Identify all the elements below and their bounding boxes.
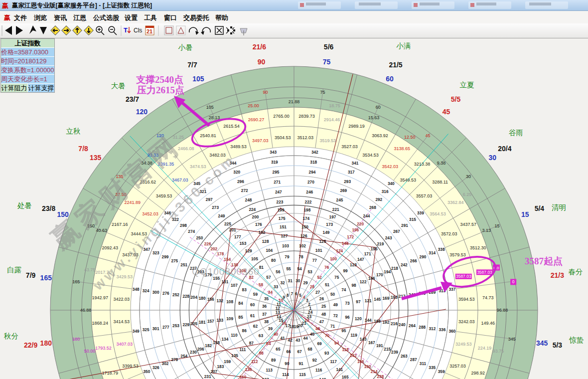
- svg-text:3242.03: 3242.03: [458, 319, 475, 324]
- svg-text:349: 349: [133, 329, 140, 334]
- svg-text:3527.03: 3527.03: [341, 144, 358, 149]
- svg-text:62: 62: [253, 324, 258, 329]
- svg-text:48: 48: [321, 312, 326, 317]
- svg-text:小暑: 小暑: [178, 43, 192, 51]
- svg-text:295: 295: [273, 170, 280, 175]
- svg-text:50.00: 50.00: [84, 349, 96, 354]
- svg-text:180: 180: [40, 339, 52, 347]
- svg-text:204: 204: [190, 295, 197, 300]
- svg-text:63: 63: [259, 333, 264, 338]
- svg-text:23/7: 23/7: [126, 95, 139, 103]
- svg-text:238: 238: [377, 374, 384, 379]
- svg-text:34: 34: [268, 290, 273, 295]
- svg-text:278: 278: [171, 357, 178, 362]
- svg-text:64: 64: [266, 341, 271, 346]
- svg-text:7: 7: [291, 291, 293, 296]
- svg-text:269: 269: [340, 188, 347, 193]
- svg-text:39: 39: [268, 326, 273, 331]
- svg-text:45: 45: [310, 332, 315, 337]
- svg-text:176: 176: [255, 222, 262, 227]
- svg-text:220: 220: [357, 221, 364, 226]
- svg-text:45: 45: [425, 133, 430, 138]
- svg-text:129: 129: [245, 248, 252, 253]
- svg-text:271: 271: [274, 180, 281, 185]
- svg-text:53: 53: [307, 269, 312, 274]
- svg-text:315: 315: [409, 217, 416, 222]
- svg-text:288: 288: [419, 325, 426, 330]
- svg-text:2914.46: 2914.46: [324, 117, 340, 122]
- svg-text:276: 276: [162, 291, 169, 296]
- svg-text:198: 198: [303, 207, 310, 212]
- svg-text:3564.53: 3564.53: [430, 211, 446, 216]
- svg-text:29: 29: [303, 280, 308, 285]
- svg-text:3399.53: 3399.53: [122, 364, 139, 369]
- svg-text:250: 250: [196, 235, 203, 240]
- svg-text:214: 214: [371, 369, 378, 374]
- svg-text:335: 335: [429, 365, 436, 370]
- svg-text:46.88: 46.88: [80, 308, 92, 313]
- svg-text:144: 144: [365, 318, 372, 323]
- svg-text:248: 248: [245, 197, 252, 202]
- svg-text:102: 102: [299, 243, 306, 248]
- svg-text:180: 180: [199, 296, 206, 301]
- svg-text:2765.00: 2765.00: [273, 114, 290, 119]
- svg-text:15.63: 15.63: [368, 115, 380, 120]
- svg-text:3138.65: 3138.65: [394, 146, 410, 151]
- svg-text:165: 165: [342, 375, 349, 379]
- svg-text:175: 175: [279, 216, 286, 221]
- svg-text:147: 147: [357, 257, 364, 262]
- svg-text:秋分: 秋分: [4, 332, 19, 340]
- svg-text:120: 120: [136, 108, 148, 116]
- svg-text:3257.03: 3257.03: [449, 364, 466, 369]
- svg-text:142: 142: [350, 353, 357, 358]
- svg-text:168: 168: [374, 319, 381, 324]
- svg-text:2092.43: 2092.43: [102, 245, 118, 250]
- svg-text:149.46: 149.46: [481, 321, 495, 326]
- svg-text:3063.92: 3063.92: [372, 133, 388, 138]
- svg-text:197: 197: [329, 214, 336, 219]
- svg-text:3414.53: 3414.53: [113, 319, 130, 324]
- svg-text:46: 46: [315, 326, 320, 331]
- svg-text:56: 56: [276, 269, 281, 274]
- svg-text:0: 0: [512, 279, 515, 284]
- svg-text:立秋: 立秋: [66, 127, 81, 135]
- svg-text:65: 65: [276, 347, 281, 352]
- svg-text:41: 41: [280, 336, 285, 341]
- svg-text:253: 253: [172, 323, 179, 328]
- svg-text:压力2615点: 压力2615点: [137, 85, 184, 95]
- svg-text:263: 263: [401, 354, 408, 359]
- svg-text:58: 58: [259, 282, 264, 287]
- svg-text:75: 75: [323, 58, 331, 66]
- svg-text:1718.79: 1718.79: [102, 371, 118, 376]
- svg-text:21: 21: [147, 28, 152, 34]
- svg-text:Cls: Cls: [134, 27, 142, 34]
- svg-text:25.00: 25.00: [248, 103, 259, 108]
- svg-text:97: 97: [356, 299, 361, 304]
- svg-text:59: 59: [253, 292, 258, 297]
- svg-text:266: 266: [410, 258, 417, 263]
- svg-text:40: 40: [274, 332, 279, 337]
- svg-text:9.38: 9.38: [437, 161, 446, 166]
- svg-text:177: 177: [234, 234, 241, 239]
- svg-text:107: 107: [231, 283, 238, 288]
- svg-text:6: 6: [295, 291, 297, 296]
- svg-text:268: 268: [369, 205, 376, 210]
- svg-text:37: 37: [262, 312, 267, 317]
- svg-text:105: 105: [206, 105, 214, 110]
- svg-text:33: 33: [274, 284, 279, 289]
- svg-text:51: 51: [325, 282, 330, 287]
- svg-text:69: 69: [317, 341, 322, 346]
- svg-text:110: 110: [231, 333, 238, 338]
- svg-text:71: 71: [330, 324, 335, 329]
- svg-text:151: 151: [280, 224, 287, 229]
- svg-text:150: 150: [301, 224, 308, 229]
- svg-text:103: 103: [282, 243, 289, 248]
- svg-text:218: 218: [391, 266, 398, 271]
- svg-text:292: 292: [375, 197, 382, 202]
- svg-text:20/4: 20/4: [498, 145, 511, 153]
- svg-text:23/8: 23/8: [42, 204, 55, 212]
- svg-text:93.75: 93.75: [493, 349, 504, 354]
- svg-text:96: 96: [345, 315, 350, 320]
- svg-text:339: 339: [417, 210, 424, 215]
- svg-text:3587.03: 3587.03: [477, 270, 492, 275]
